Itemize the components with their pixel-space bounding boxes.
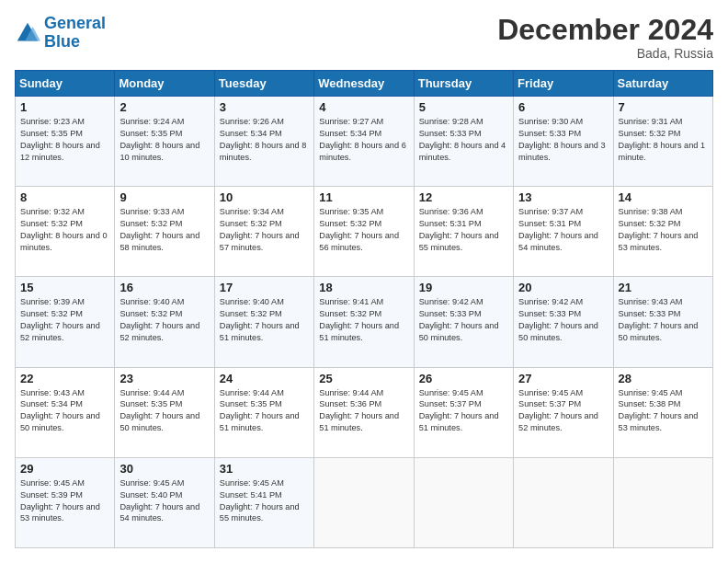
day-number: 29 [20, 462, 109, 476]
weekday-header-row: SundayMondayTuesdayWednesdayThursdayFrid… [16, 71, 713, 97]
day-number: 8 [20, 190, 109, 204]
day-info: Sunrise: 9:42 AM Sunset: 5:33 PM Dayligh… [419, 296, 508, 344]
day-number: 25 [319, 372, 408, 385]
header-right: December 2024 Bada, Russia [497, 15, 713, 61]
page: General Blue December 2024 Bada, Russia … [0, 0, 728, 563]
calendar-cell: 31 Sunrise: 9:45 AM Sunset: 5:41 PM Dayl… [214, 457, 313, 547]
weekday-saturday: Saturday [613, 71, 712, 97]
week-row-4: 22 Sunrise: 9:43 AM Sunset: 5:34 PM Dayl… [16, 367, 713, 457]
day-info: Sunrise: 9:40 AM Sunset: 5:32 PM Dayligh… [119, 296, 209, 344]
day-number: 17 [220, 281, 309, 294]
day-number: 28 [619, 372, 708, 385]
day-info: Sunrise: 9:43 AM Sunset: 5:33 PM Dayligh… [619, 296, 708, 344]
day-number: 4 [319, 100, 408, 114]
day-number: 22 [20, 372, 109, 385]
calendar-cell: 9 Sunrise: 9:33 AM Sunset: 5:32 PM Dayli… [115, 187, 214, 277]
calendar-cell: 13 Sunrise: 9:37 AM Sunset: 5:31 PM Dayl… [514, 187, 613, 277]
day-number: 6 [518, 100, 608, 114]
calendar-cell: 26 Sunrise: 9:45 AM Sunset: 5:37 PM Dayl… [414, 367, 513, 457]
day-info: Sunrise: 9:42 AM Sunset: 5:33 PM Dayligh… [518, 296, 608, 344]
calendar-cell [613, 457, 712, 547]
calendar-cell: 27 Sunrise: 9:45 AM Sunset: 5:37 PM Dayl… [514, 367, 613, 457]
calendar-cell: 12 Sunrise: 9:36 AM Sunset: 5:31 PM Dayl… [414, 187, 513, 277]
calendar-cell: 6 Sunrise: 9:30 AM Sunset: 5:33 PM Dayli… [514, 97, 613, 187]
calendar-cell: 2 Sunrise: 9:24 AM Sunset: 5:35 PM Dayli… [115, 97, 214, 187]
calendar-cell: 10 Sunrise: 9:34 AM Sunset: 5:32 PM Dayl… [214, 187, 313, 277]
calendar-cell: 20 Sunrise: 9:42 AM Sunset: 5:33 PM Dayl… [514, 277, 613, 367]
day-number: 20 [518, 281, 608, 294]
day-info: Sunrise: 9:34 AM Sunset: 5:32 PM Dayligh… [220, 206, 309, 254]
calendar-cell [314, 457, 414, 547]
day-number: 14 [619, 190, 708, 204]
calendar-cell: 17 Sunrise: 9:40 AM Sunset: 5:32 PM Dayl… [214, 277, 313, 367]
calendar-cell: 16 Sunrise: 9:40 AM Sunset: 5:32 PM Dayl… [115, 277, 214, 367]
day-number: 27 [518, 372, 608, 385]
day-info: Sunrise: 9:45 AM Sunset: 5:37 PM Dayligh… [518, 387, 608, 435]
day-number: 2 [119, 100, 209, 114]
calendar-cell: 3 Sunrise: 9:26 AM Sunset: 5:34 PM Dayli… [214, 97, 313, 187]
logo: General Blue [15, 15, 106, 52]
calendar-cell: 14 Sunrise: 9:38 AM Sunset: 5:32 PM Dayl… [613, 187, 712, 277]
calendar-cell [514, 457, 613, 547]
day-number: 12 [419, 190, 508, 204]
day-number: 30 [119, 462, 209, 476]
calendar-cell: 25 Sunrise: 9:44 AM Sunset: 5:36 PM Dayl… [314, 367, 414, 457]
day-number: 31 [220, 462, 309, 476]
day-info: Sunrise: 9:38 AM Sunset: 5:32 PM Dayligh… [619, 206, 708, 254]
calendar-cell: 29 Sunrise: 9:45 AM Sunset: 5:39 PM Dayl… [16, 457, 115, 547]
day-info: Sunrise: 9:24 AM Sunset: 5:35 PM Dayligh… [119, 116, 209, 164]
day-number: 7 [619, 100, 708, 114]
week-row-1: 1 Sunrise: 9:23 AM Sunset: 5:35 PM Dayli… [16, 97, 713, 187]
day-number: 19 [419, 281, 508, 294]
calendar-cell: 7 Sunrise: 9:31 AM Sunset: 5:32 PM Dayli… [613, 97, 712, 187]
calendar-cell: 5 Sunrise: 9:28 AM Sunset: 5:33 PM Dayli… [414, 97, 513, 187]
calendar-cell: 18 Sunrise: 9:41 AM Sunset: 5:32 PM Dayl… [314, 277, 414, 367]
day-info: Sunrise: 9:31 AM Sunset: 5:32 PM Dayligh… [619, 116, 708, 164]
weekday-friday: Friday [514, 71, 613, 97]
day-info: Sunrise: 9:45 AM Sunset: 5:41 PM Dayligh… [220, 477, 309, 525]
calendar: SundayMondayTuesdayWednesdayThursdayFrid… [15, 70, 713, 548]
day-info: Sunrise: 9:40 AM Sunset: 5:32 PM Dayligh… [220, 296, 309, 344]
day-number: 1 [20, 100, 109, 114]
day-number: 23 [119, 372, 209, 385]
day-number: 13 [518, 190, 608, 204]
day-info: Sunrise: 9:44 AM Sunset: 5:36 PM Dayligh… [319, 387, 408, 435]
day-info: Sunrise: 9:33 AM Sunset: 5:32 PM Dayligh… [119, 206, 209, 254]
day-number: 3 [220, 100, 309, 114]
day-info: Sunrise: 9:41 AM Sunset: 5:32 PM Dayligh… [319, 296, 408, 344]
day-number: 18 [319, 281, 408, 294]
day-info: Sunrise: 9:39 AM Sunset: 5:32 PM Dayligh… [20, 296, 109, 344]
week-row-2: 8 Sunrise: 9:32 AM Sunset: 5:32 PM Dayli… [16, 187, 713, 277]
month-title: December 2024 [497, 15, 713, 44]
calendar-cell: 19 Sunrise: 9:42 AM Sunset: 5:33 PM Dayl… [414, 277, 513, 367]
logo-line2: Blue [44, 33, 106, 52]
day-info: Sunrise: 9:44 AM Sunset: 5:35 PM Dayligh… [119, 387, 209, 435]
day-number: 5 [419, 100, 508, 114]
weekday-thursday: Thursday [414, 71, 513, 97]
location: Bada, Russia [497, 46, 713, 61]
day-info: Sunrise: 9:27 AM Sunset: 5:34 PM Dayligh… [319, 116, 408, 164]
day-info: Sunrise: 9:45 AM Sunset: 5:37 PM Dayligh… [419, 387, 508, 435]
calendar-cell: 23 Sunrise: 9:44 AM Sunset: 5:35 PM Dayl… [115, 367, 214, 457]
day-number: 26 [419, 372, 508, 385]
weekday-wednesday: Wednesday [314, 71, 414, 97]
day-number: 15 [20, 281, 109, 294]
day-number: 9 [119, 190, 209, 204]
calendar-cell [414, 457, 513, 547]
calendar-cell: 22 Sunrise: 9:43 AM Sunset: 5:34 PM Dayl… [16, 367, 115, 457]
day-info: Sunrise: 9:37 AM Sunset: 5:31 PM Dayligh… [518, 206, 608, 254]
day-info: Sunrise: 9:45 AM Sunset: 5:38 PM Dayligh… [619, 387, 708, 435]
day-info: Sunrise: 9:35 AM Sunset: 5:32 PM Dayligh… [319, 206, 408, 254]
day-info: Sunrise: 9:45 AM Sunset: 5:40 PM Dayligh… [119, 477, 209, 525]
day-number: 24 [220, 372, 309, 385]
header: General Blue December 2024 Bada, Russia [15, 15, 713, 61]
day-info: Sunrise: 9:23 AM Sunset: 5:35 PM Dayligh… [20, 116, 109, 164]
calendar-cell: 30 Sunrise: 9:45 AM Sunset: 5:40 PM Dayl… [115, 457, 214, 547]
day-info: Sunrise: 9:32 AM Sunset: 5:32 PM Dayligh… [20, 206, 109, 254]
day-number: 11 [319, 190, 408, 204]
day-info: Sunrise: 9:45 AM Sunset: 5:39 PM Dayligh… [20, 477, 109, 525]
calendar-cell: 8 Sunrise: 9:32 AM Sunset: 5:32 PM Dayli… [16, 187, 115, 277]
week-row-5: 29 Sunrise: 9:45 AM Sunset: 5:39 PM Dayl… [16, 457, 713, 547]
day-info: Sunrise: 9:36 AM Sunset: 5:31 PM Dayligh… [419, 206, 508, 254]
day-info: Sunrise: 9:44 AM Sunset: 5:35 PM Dayligh… [220, 387, 309, 435]
